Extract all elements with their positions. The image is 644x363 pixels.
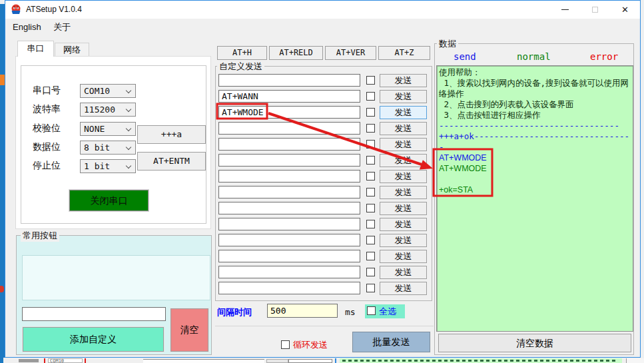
interval-unit: ms xyxy=(345,307,356,317)
send-button[interactable]: 发送 xyxy=(380,234,427,247)
chevron-down-icon xyxy=(126,145,131,150)
at-reld-button[interactable]: AT+RELD xyxy=(269,46,323,60)
log-line: +ok=STA xyxy=(439,184,631,195)
field-label-4: 停止位 xyxy=(33,160,75,172)
minimize-button[interactable] xyxy=(550,1,580,19)
background-window-edge xyxy=(0,4,5,358)
field-combo-3[interactable]: 8 bit xyxy=(80,141,136,155)
custom-send-input[interactable] xyxy=(218,154,360,167)
field-combo-4[interactable]: 1 bit xyxy=(80,159,136,173)
field-label-3: 数据位 xyxy=(33,141,75,153)
send-button[interactable]: 发送 xyxy=(380,250,427,263)
background-strip-border xyxy=(0,358,3,363)
common-buttons-group-title: 常用按钮 xyxy=(21,230,59,242)
custom-send-input[interactable] xyxy=(218,138,360,151)
custom-send-row: 发送 xyxy=(218,282,428,295)
field-combo-1[interactable]: 115200 xyxy=(80,103,136,117)
common-command-input[interactable] xyxy=(22,307,166,321)
tab-network[interactable]: 网络 xyxy=(55,43,89,57)
log-line: 1、搜索以找到网内的设备,搜到设备就可以使用网 xyxy=(439,78,631,89)
at-ver-button[interactable]: AT+VER xyxy=(325,46,376,60)
log-line: - xyxy=(439,142,631,153)
custom-send-checkbox[interactable] xyxy=(366,204,375,212)
close-serial-button[interactable]: 关闭串口 xyxy=(69,190,149,211)
custom-send-checkbox[interactable] xyxy=(366,284,375,292)
custom-send-checkbox[interactable] xyxy=(366,236,375,244)
maximize-button[interactable] xyxy=(580,1,610,19)
send-button[interactable]: 发送 xyxy=(380,218,427,231)
custom-send-input[interactable] xyxy=(218,282,360,294)
select-all-label: 全选 xyxy=(379,306,396,318)
custom-send-checkbox[interactable] xyxy=(366,268,375,276)
custom-send-checkbox[interactable] xyxy=(366,188,375,196)
common-buttons-list[interactable] xyxy=(22,255,210,300)
log-line: 3、点击按钮进行相应操作 xyxy=(439,110,631,121)
clear-common-button[interactable]: 清空 xyxy=(170,308,208,352)
at-h-button[interactable]: AT+H xyxy=(217,46,267,60)
send-button[interactable]: 发送 xyxy=(380,74,427,87)
window-title: ATSetup V1.0.4 xyxy=(26,1,82,19)
send-button[interactable]: 发送 xyxy=(380,106,427,119)
custom-send-input[interactable] xyxy=(218,250,360,262)
custom-send-checkbox[interactable] xyxy=(366,76,375,85)
log-line: ------------------------------------ xyxy=(439,121,631,131)
custom-send-checkbox[interactable] xyxy=(366,252,375,260)
send-button[interactable]: 发送 xyxy=(380,154,427,167)
custom-send-row: 发送 xyxy=(218,74,428,87)
field-combo-0[interactable]: COM10 xyxy=(80,84,136,98)
custom-send-checkbox[interactable] xyxy=(366,92,375,101)
custom-send-row: 发送 xyxy=(218,154,428,167)
custom-send-checkbox[interactable] xyxy=(366,108,375,117)
send-button[interactable]: 发送 xyxy=(380,122,427,135)
custom-send-checkbox[interactable] xyxy=(366,124,375,133)
interval-input[interactable]: 500 xyxy=(267,304,338,318)
maximize-icon xyxy=(592,7,598,13)
batch-send-button[interactable]: 批量发送 xyxy=(352,332,430,352)
at-entm-button[interactable]: AT+ENTM xyxy=(137,152,206,171)
custom-send-checkbox[interactable] xyxy=(366,140,375,149)
send-button[interactable]: 发送 xyxy=(380,90,427,103)
custom-send-row: 发送 xyxy=(218,202,428,215)
plus-a-button[interactable]: +++a xyxy=(137,125,206,144)
custom-send-input[interactable]: AT+WANN xyxy=(218,90,360,103)
send-button[interactable]: 发送 xyxy=(380,138,427,151)
at-z-button[interactable]: AT+Z xyxy=(378,46,430,60)
screen: ATSetup V1.0.4 ✕ English 关于 网络 串口 串口号COM… xyxy=(0,0,644,363)
legend-normal: normal xyxy=(517,51,551,62)
tab-serial[interactable]: 串口 xyxy=(17,41,54,57)
send-button[interactable]: 发送 xyxy=(380,282,427,295)
send-button[interactable]: 发送 xyxy=(380,202,427,215)
send-button[interactable]: 发送 xyxy=(380,266,427,279)
custom-send-input[interactable] xyxy=(218,234,360,246)
custom-send-checkbox[interactable] xyxy=(366,156,375,165)
close-button[interactable]: ✕ xyxy=(610,1,640,19)
custom-send-input[interactable] xyxy=(218,74,360,87)
send-button[interactable]: 发送 xyxy=(380,186,427,199)
menu-english[interactable]: English xyxy=(13,19,41,36)
custom-send-input[interactable] xyxy=(218,266,360,278)
menu-about[interactable]: 关于 xyxy=(53,19,71,36)
data-group-title: 数据 xyxy=(437,38,458,50)
loop-send-checkbox[interactable] xyxy=(281,340,290,349)
custom-send-checkbox[interactable] xyxy=(366,220,375,228)
background-strip-border xyxy=(335,358,336,363)
send-button[interactable]: 发送 xyxy=(380,170,427,183)
log-line: AT+WMODE xyxy=(439,163,631,174)
log-line: +++a+ok--------------------------------- xyxy=(439,131,631,142)
custom-send-input[interactable]: AT+WMODE xyxy=(218,106,360,119)
clear-data-button[interactable]: 清空数据 xyxy=(438,334,631,352)
custom-send-row: 发送 xyxy=(218,122,428,135)
custom-send-row: 发送 xyxy=(218,186,428,199)
custom-send-input[interactable] xyxy=(218,202,360,214)
custom-send-checkbox[interactable] xyxy=(366,172,375,181)
custom-send-input[interactable] xyxy=(218,186,360,198)
add-custom-button[interactable]: 添加自定义 xyxy=(23,327,164,352)
custom-send-input[interactable] xyxy=(218,218,360,230)
select-all-checkbox[interactable] xyxy=(367,306,376,315)
custom-send-group-title: 自定义发送 xyxy=(217,61,264,73)
custom-send-input[interactable] xyxy=(218,170,360,182)
custom-send-input[interactable] xyxy=(218,122,360,135)
app-icon xyxy=(11,4,21,15)
field-combo-2[interactable]: NONE xyxy=(80,122,136,136)
custom-send-row: 发送 xyxy=(218,234,428,247)
